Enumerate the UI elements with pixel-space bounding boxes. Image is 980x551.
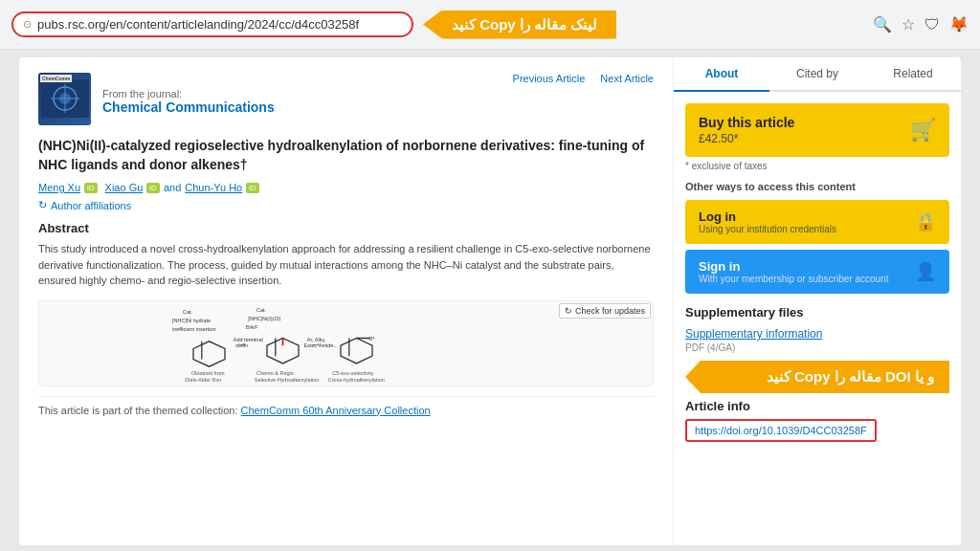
svg-text:Chemo & Regio: Chemo & Regio bbox=[256, 370, 294, 376]
journal-cover-label: ChemComm bbox=[40, 75, 72, 82]
address-bar-wrapper: ⊙ pubs.rsc.org/en/content/articlelanding… bbox=[11, 11, 865, 39]
doi-link[interactable]: https://doi.org/10.1039/D4CC03258F bbox=[685, 419, 877, 442]
orcid-badge-2: iD bbox=[146, 183, 160, 193]
check-updates-label: Check for updates bbox=[575, 306, 645, 316]
lock-icon: 🔒 bbox=[915, 211, 936, 232]
journal-cover: ChemComm bbox=[38, 73, 91, 125]
login-sub: Using your institution credentials bbox=[699, 224, 836, 234]
journal-nav: Previous Article Next Article bbox=[102, 73, 654, 84]
svg-text:Selective Hydroalkenylation: Selective Hydroalkenylation bbox=[255, 376, 320, 382]
browser-chrome: ⊙ pubs.rsc.org/en/content/articlelanding… bbox=[0, 0, 980, 50]
orcid-badge-1: iD bbox=[84, 183, 98, 193]
abstract-text: This study introduced a novel cross-hydr… bbox=[38, 241, 654, 289]
svg-text:BArF: BArF bbox=[246, 323, 258, 329]
svg-text:Diels-Alder Rxn: Diels-Alder Rxn bbox=[185, 376, 221, 382]
signin-title: Sign in bbox=[699, 259, 888, 274]
supplementary-sub: PDF (4/GA) bbox=[685, 342, 949, 353]
svg-text:Obtained from: Obtained from bbox=[191, 370, 225, 376]
svg-text:[NHC]Ni hydrate: [NHC]Ni hydrate bbox=[172, 318, 211, 323]
url-text: pubs.rsc.org/en/content/articlelanding/2… bbox=[37, 17, 359, 32]
supplementary-info-link[interactable]: Supplementary information bbox=[685, 327, 949, 341]
abstract-title: Abstract bbox=[38, 221, 654, 235]
buy-article-text: Buy this article £42.50* bbox=[699, 115, 794, 145]
tax-note: * exclusive of taxes bbox=[685, 161, 949, 171]
browser-icons: 🔍 ☆ 🛡 🦊 bbox=[873, 15, 969, 33]
site-icon: ⊙ bbox=[23, 18, 32, 31]
collection-link[interactable]: ChemComm 60th Anniversary Collection bbox=[241, 405, 431, 416]
journal-name[interactable]: Chemical Communications bbox=[102, 99, 654, 115]
svg-marker-8 bbox=[193, 341, 225, 365]
svg-text:Cat.: Cat. bbox=[183, 309, 193, 315]
svg-text:Add terminal: Add terminal bbox=[234, 336, 263, 342]
affiliations-link[interactable]: ↻ Author affiliations bbox=[38, 199, 654, 211]
affiliations-label: Author affiliations bbox=[51, 200, 131, 211]
article-title: (NHC)Ni(II)-catalyzed regioselective hyd… bbox=[38, 137, 654, 174]
svg-text:Cross-hydroalkenylation: Cross-hydroalkenylation bbox=[328, 376, 385, 382]
doi-annotation: و یا DOI مقاله را Copy کنید bbox=[685, 361, 949, 393]
buy-article-button[interactable]: Buy this article £42.50* 🛒 bbox=[685, 103, 949, 157]
author-2[interactable]: Xiao Gu bbox=[105, 182, 144, 193]
journal-header: ChemComm Previous Article Next Article bbox=[38, 73, 654, 125]
tab-related[interactable]: Related bbox=[865, 57, 961, 92]
article-info-title: Article info bbox=[685, 399, 949, 413]
login-button[interactable]: Log in Using your institution credential… bbox=[685, 200, 949, 244]
tabs-bar: About Cited by Related bbox=[674, 57, 961, 92]
next-article-link[interactable]: Next Article bbox=[600, 73, 654, 84]
other-ways-label: Other ways to access this content bbox=[685, 181, 949, 192]
svg-text:Ester, Amide...: Ester, Amide... bbox=[304, 342, 339, 348]
signin-button[interactable]: Sign in With your membership or subscrib… bbox=[685, 250, 949, 294]
prev-article-link[interactable]: Previous Article bbox=[513, 73, 586, 84]
svg-text:olefin: olefin bbox=[235, 342, 248, 348]
signin-text: Sign in With your membership or subscrib… bbox=[699, 259, 888, 284]
orcid-badge-3: iD bbox=[246, 183, 259, 193]
author-1[interactable]: Meng Xu bbox=[38, 182, 80, 193]
right-panel: About Cited by Related Buy this article … bbox=[674, 57, 961, 545]
check-updates-icon: ↻ bbox=[565, 306, 572, 316]
main-area: ChemComm Previous Article Next Article bbox=[19, 57, 961, 545]
article-authors: Meng Xu iD Xiao Gu iD and Chun-Yu Ho iD bbox=[38, 182, 654, 193]
journal-info: Previous Article Next Article From the j… bbox=[102, 73, 654, 115]
journal-cover-inner bbox=[41, 79, 89, 119]
collection-note-text: This article is part of the themed colle… bbox=[38, 405, 237, 416]
svg-text:R¹: R¹ bbox=[369, 335, 375, 341]
reaction-scheme: Cat. [NHC]Ni hydrate inefficient inserti… bbox=[38, 300, 654, 386]
svg-text:C5-exo-selectivity: C5-exo-selectivity bbox=[332, 370, 374, 376]
supplementary-section-title: Supplementary files bbox=[685, 305, 949, 320]
author-3[interactable]: Chun-Yu Ho bbox=[185, 182, 242, 193]
from-journal-label: From the journal: bbox=[102, 88, 654, 99]
shield-icon[interactable]: 🛡 bbox=[924, 16, 940, 33]
svg-marker-26 bbox=[341, 338, 372, 363]
user-icon: 👤 bbox=[915, 261, 936, 282]
url-annotation: لینک مقاله را Copy کنید bbox=[423, 11, 616, 39]
cart-icon: 🛒 bbox=[910, 118, 936, 143]
left-panel: ChemComm Previous Article Next Article bbox=[19, 57, 674, 545]
address-bar[interactable]: ⊙ pubs.rsc.org/en/content/articlelanding… bbox=[11, 11, 413, 37]
login-title: Log in bbox=[699, 209, 836, 224]
svg-text:Ar, Alky,: Ar, Alky, bbox=[307, 336, 326, 342]
svg-text:inefficient insertion: inefficient insertion bbox=[172, 325, 215, 331]
buy-title: Buy this article bbox=[699, 115, 794, 130]
login-text: Log in Using your institution credential… bbox=[699, 209, 836, 234]
buy-price: £42.50* bbox=[699, 132, 794, 145]
svg-text:[NHC]Ni(I)(Cl): [NHC]Ni(I)(Cl) bbox=[248, 315, 280, 320]
collection-note: This article is part of the themed colle… bbox=[38, 396, 654, 416]
tab-cited-by[interactable]: Cited by bbox=[769, 57, 865, 92]
tab-about[interactable]: About bbox=[674, 57, 769, 92]
svg-text:Cat.: Cat. bbox=[256, 307, 267, 313]
bookmark-icon[interactable]: ☆ bbox=[902, 15, 915, 33]
browser-profile-icon[interactable]: 🦊 bbox=[949, 15, 969, 33]
signin-sub: With your membership or subscriber accou… bbox=[699, 274, 888, 284]
search-icon[interactable]: 🔍 bbox=[873, 15, 892, 33]
check-updates-button[interactable]: ↻ Check for updates bbox=[559, 303, 651, 319]
affiliations-icon: ↻ bbox=[38, 199, 47, 211]
author-and: and bbox=[164, 182, 181, 193]
right-content: Buy this article £42.50* 🛒 * exclusive o… bbox=[674, 92, 961, 453]
